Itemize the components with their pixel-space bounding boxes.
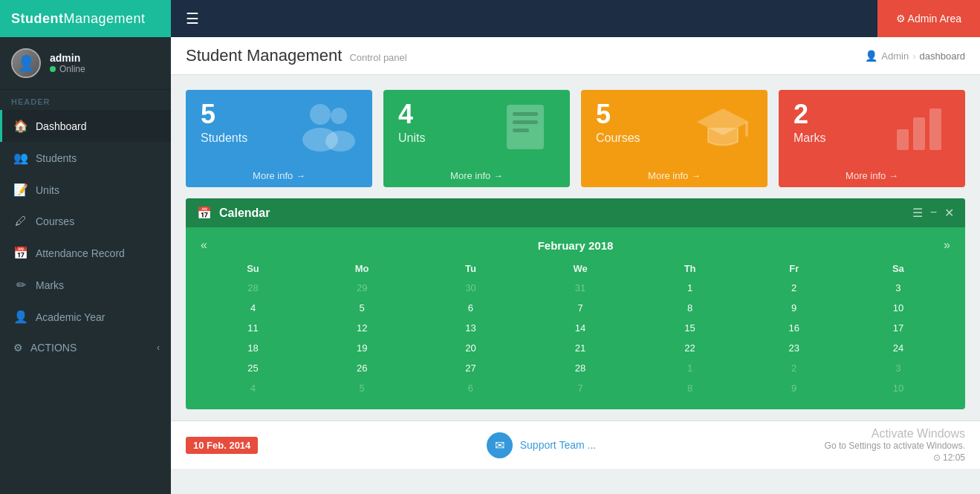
marks-label: Marks	[794, 131, 826, 145]
cal-day-cell[interactable]: 14	[523, 318, 638, 338]
cal-day-cell[interactable]: 28	[201, 278, 305, 298]
calendar-minimize-icon[interactable]: −	[930, 206, 937, 220]
sidebar: 👤 admin Online HEADER 🏠 Dashboard 👥 Stud…	[0, 37, 171, 494]
calendar-next-button[interactable]: »	[944, 238, 950, 252]
cal-day-cell[interactable]: 29	[305, 278, 418, 298]
svg-rect-5	[513, 112, 538, 116]
units-more-info[interactable]: More info →	[383, 164, 570, 187]
calendar-close-icon[interactable]: ✕	[944, 206, 954, 220]
courses-icon-large	[693, 101, 753, 153]
cal-day-cell[interactable]: 23	[742, 338, 846, 358]
cal-day-header: Su	[201, 259, 305, 278]
students-more-info[interactable]: More info →	[186, 164, 372, 187]
cal-day-cell[interactable]: 31	[523, 278, 638, 298]
svg-rect-10	[913, 117, 925, 150]
stat-body-marks: 2 Marks	[779, 90, 965, 164]
calendar-card: 📅 Calendar ☰ − ✕ « February 2018 » SuM	[186, 198, 965, 409]
calendar-month: February 2018	[538, 239, 614, 252]
svg-rect-11	[929, 108, 941, 150]
cal-day-cell[interactable]: 10	[846, 378, 950, 398]
cal-day-cell[interactable]: 1	[638, 358, 742, 378]
sidebar-item-attendance[interactable]: 📅 Attendance Record	[0, 237, 171, 269]
cal-day-cell[interactable]: 13	[418, 318, 522, 338]
svg-rect-9	[897, 129, 909, 150]
students-label: Students	[201, 131, 247, 145]
cal-day-cell[interactable]: 20	[418, 338, 522, 358]
cal-day-cell[interactable]: 15	[638, 318, 742, 338]
cal-day-cell[interactable]: 11	[201, 318, 305, 338]
status-dot	[50, 66, 56, 72]
actions-icon: ⚙	[13, 342, 23, 354]
sidebar-item-units[interactable]: 📝 Units	[0, 174, 171, 206]
cal-day-cell[interactable]: 6	[418, 378, 522, 398]
activate-text: Go to Settings to activate Windows.	[825, 441, 965, 451]
cal-day-cell[interactable]: 3	[846, 278, 950, 298]
cal-day-cell[interactable]: 9	[742, 298, 846, 318]
cal-day-cell[interactable]: 16	[742, 318, 846, 338]
cal-day-cell[interactable]: 19	[305, 338, 418, 358]
cal-day-cell[interactable]: 26	[305, 358, 418, 378]
marks-more-info[interactable]: More info →	[779, 164, 965, 187]
top-bar: StudentManagement ☰ ⚙ Admin Area	[0, 0, 980, 37]
nav-toggle-button[interactable]: ☰	[171, 10, 214, 27]
sidebar-item-academic[interactable]: 👤 Academic Year	[0, 301, 171, 333]
cal-day-cell[interactable]: 5	[305, 378, 418, 398]
calendar-title: Calendar	[219, 207, 270, 220]
cal-day-cell[interactable]: 25	[201, 358, 305, 378]
breadcrumb-user: Admin	[881, 51, 909, 62]
svg-rect-4	[507, 105, 544, 149]
calendar-prev-button[interactable]: «	[201, 238, 207, 252]
cal-day-cell[interactable]: 8	[638, 378, 742, 398]
cal-day-cell[interactable]: 30	[418, 278, 522, 298]
cal-day-cell[interactable]: 7	[523, 378, 638, 398]
calendar-title-area: 📅 Calendar	[197, 206, 270, 220]
calendar-menu-icon[interactable]: ☰	[912, 206, 923, 220]
marks-icon-large	[891, 101, 950, 153]
cal-day-cell[interactable]: 1	[638, 278, 742, 298]
support-text[interactable]: Support Team ...	[520, 439, 596, 451]
cal-day-cell[interactable]: 2	[742, 358, 846, 378]
sidebar-item-courses[interactable]: 🖊 Courses	[0, 206, 171, 237]
cal-day-cell[interactable]: 21	[523, 338, 638, 358]
actions-chevron-icon: ‹	[157, 342, 160, 353]
status-label: Online	[59, 64, 85, 74]
sidebar-item-dashboard[interactable]: 🏠 Dashboard	[0, 110, 171, 142]
cal-day-cell[interactable]: 3	[846, 358, 950, 378]
cal-day-cell[interactable]: 4	[201, 378, 305, 398]
cal-day-cell[interactable]: 27	[418, 358, 522, 378]
cal-day-cell[interactable]: 2	[742, 278, 846, 298]
cal-day-cell[interactable]: 12	[305, 318, 418, 338]
cal-day-cell[interactable]: 24	[846, 338, 950, 358]
page-subtitle: Control panel	[349, 52, 406, 63]
sidebar-label-students: Students	[36, 152, 77, 164]
sidebar-item-marks[interactable]: ✏ Marks	[0, 269, 171, 301]
calendar-controls: ☰ − ✕	[912, 206, 954, 220]
cal-day-cell[interactable]: 6	[418, 298, 522, 318]
breadcrumb-separator: ›	[912, 51, 915, 62]
admin-area-button[interactable]: ⚙ Admin Area	[877, 0, 981, 37]
cal-day-cell[interactable]: 9	[742, 378, 846, 398]
cal-day-cell[interactable]: 17	[846, 318, 950, 338]
cal-day-cell[interactable]: 22	[638, 338, 742, 358]
cal-day-cell[interactable]: 7	[523, 298, 638, 318]
stat-body-units: 4 Units	[383, 90, 570, 164]
marks-count: 2	[794, 101, 826, 128]
cal-week-row: 28293031123	[201, 278, 950, 298]
sidebar-actions[interactable]: ⚙ ACTIONS ‹	[0, 333, 171, 363]
activate-time: ⊙ 12:05	[825, 452, 965, 463]
cal-day-cell[interactable]: 8	[638, 298, 742, 318]
cal-day-cell[interactable]: 28	[523, 358, 638, 378]
content-area: Student Management Control panel 👤 Admin…	[171, 37, 980, 494]
sidebar-label-marks: Marks	[36, 279, 64, 291]
calendar-body: « February 2018 » SuMoTuWeThFrSa 2829303…	[186, 227, 965, 409]
sidebar-item-students[interactable]: 👥 Students	[0, 142, 171, 174]
students-count: 5	[201, 101, 247, 128]
stats-row: 5 Students More info →	[171, 75, 980, 187]
cal-day-cell[interactable]: 10	[846, 298, 950, 318]
cal-day-cell[interactable]: 4	[201, 298, 305, 318]
courses-more-info[interactable]: More info →	[581, 164, 768, 187]
cal-day-header: Sa	[846, 259, 950, 278]
units-count: 4	[398, 101, 425, 128]
cal-day-cell[interactable]: 5	[305, 298, 418, 318]
cal-day-cell[interactable]: 18	[201, 338, 305, 358]
